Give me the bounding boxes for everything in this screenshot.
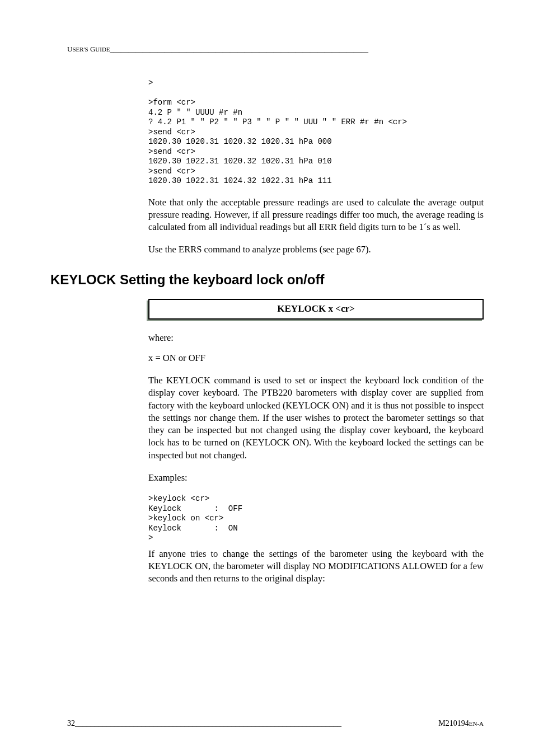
content-column: > >form <cr> 4.2 P " " UUUU #r #n ? 4.2 …	[148, 78, 484, 256]
code-block-2: >keylock <cr> Keylock : OFF >keylock on …	[148, 494, 484, 543]
header-label: USER'S GUIDE	[67, 45, 110, 54]
page: USER'S GUIDE____________________________…	[0, 0, 534, 756]
paragraph-keylock-desc: The KEYLOCK command is used to set or in…	[148, 374, 484, 462]
footer-rule: ________________________________________…	[75, 719, 341, 727]
page-header: USER'S GUIDE____________________________…	[67, 45, 484, 54]
code-block-1: > >form <cr> 4.2 P " " UUUU #r #n ? 4.2 …	[148, 78, 484, 186]
section-heading-keylock: KEYLOCK Setting the keyboard lock on/off	[50, 272, 484, 288]
paragraph-errs: Use the ERRS command to analyze problems…	[148, 243, 484, 256]
page-footer: 32 _____________________________________…	[67, 719, 484, 728]
examples-label: Examples:	[148, 472, 484, 484]
header-rule: ________________________________________…	[110, 45, 369, 53]
content-column-2: KEYLOCK x <cr> where: x = ON or OFF The …	[148, 299, 484, 585]
where-label: where:	[148, 332, 484, 344]
paragraph-note: Note that only the acceptable pressure r…	[148, 196, 484, 234]
page-number: 32	[67, 719, 75, 728]
paragraph-keylock-warning: If anyone tries to change the settings o…	[148, 548, 484, 585]
command-syntax-box: KEYLOCK x <cr>	[148, 299, 484, 320]
where-definition: x = ON or OFF	[148, 352, 484, 364]
doc-id: M210194EN-A	[438, 719, 484, 728]
